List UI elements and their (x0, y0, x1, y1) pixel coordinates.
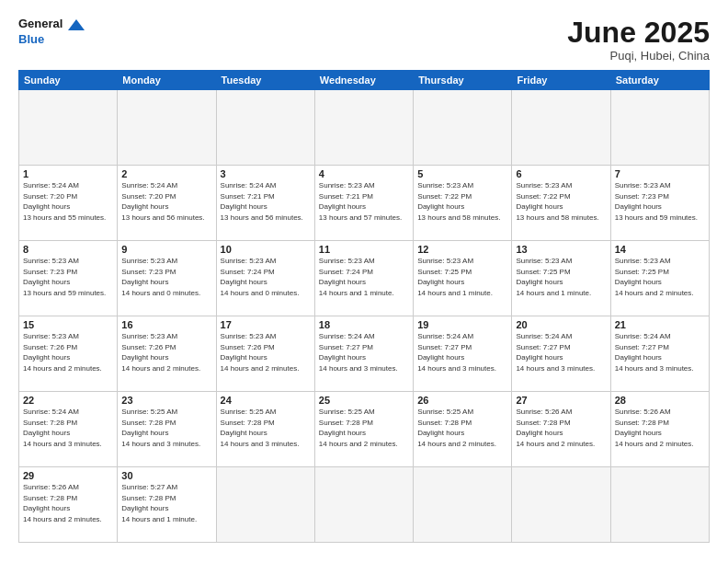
day-number: 23 (121, 395, 211, 406)
weekday-header: Wednesday (314, 71, 413, 90)
calendar-week-row: 8 Sunrise: 5:23 AM Sunset: 7:23 PM Dayli… (19, 241, 710, 316)
calendar-cell: 14 Sunrise: 5:23 AM Sunset: 7:25 PM Dayl… (610, 241, 709, 316)
calendar-cell: 23 Sunrise: 5:25 AM Sunset: 7:28 PM Dayl… (118, 392, 216, 467)
day-info: Sunrise: 5:24 AM Sunset: 7:20 PM Dayligh… (121, 180, 211, 223)
day-info: Sunrise: 5:23 AM Sunset: 7:22 PM Dayligh… (516, 180, 606, 223)
day-number: 12 (417, 244, 507, 255)
calendar-week-row: 22 Sunrise: 5:24 AM Sunset: 7:28 PM Dayl… (19, 392, 710, 467)
calendar-week-row: 1 Sunrise: 5:24 AM Sunset: 7:20 PM Dayli… (19, 166, 710, 241)
day-number: 21 (615, 319, 705, 330)
calendar-body: 1 Sunrise: 5:24 AM Sunset: 7:20 PM Dayli… (19, 90, 710, 543)
calendar-cell: 7 Sunrise: 5:23 AM Sunset: 7:23 PM Dayli… (610, 166, 709, 241)
weekday-header: Friday (512, 71, 610, 90)
calendar-cell: 10 Sunrise: 5:23 AM Sunset: 7:24 PM Dayl… (216, 241, 314, 316)
calendar-cell: 24 Sunrise: 5:25 AM Sunset: 7:28 PM Dayl… (216, 392, 314, 467)
calendar-header-row: SundayMondayTuesdayWednesdayThursdayFrid… (19, 71, 710, 90)
day-info: Sunrise: 5:24 AM Sunset: 7:20 PM Dayligh… (23, 180, 113, 223)
logo-blue: Blue (18, 32, 85, 48)
calendar-cell (610, 90, 709, 166)
calendar-cell: 20 Sunrise: 5:24 AM Sunset: 7:27 PM Dayl… (512, 316, 610, 392)
day-number: 1 (23, 168, 113, 179)
day-info: Sunrise: 5:23 AM Sunset: 7:21 PM Dayligh… (319, 180, 409, 223)
day-info: Sunrise: 5:23 AM Sunset: 7:23 PM Dayligh… (615, 180, 705, 223)
day-info: Sunrise: 5:23 AM Sunset: 7:25 PM Dayligh… (516, 256, 606, 298)
day-info: Sunrise: 5:24 AM Sunset: 7:27 PM Dayligh… (516, 331, 606, 373)
header: General Blue June 2025 Puqi, Hubei, Chin… (18, 17, 710, 63)
day-info: Sunrise: 5:23 AM Sunset: 7:24 PM Dayligh… (319, 256, 409, 298)
day-number: 20 (516, 319, 606, 330)
calendar-cell: 21 Sunrise: 5:24 AM Sunset: 7:27 PM Dayl… (610, 316, 709, 392)
calendar-cell (314, 467, 413, 543)
calendar-cell: 11 Sunrise: 5:23 AM Sunset: 7:24 PM Dayl… (314, 241, 413, 316)
calendar-cell (216, 90, 314, 166)
calendar-cell: 9 Sunrise: 5:23 AM Sunset: 7:23 PM Dayli… (118, 241, 216, 316)
calendar-cell: 18 Sunrise: 5:24 AM Sunset: 7:27 PM Dayl… (314, 316, 413, 392)
day-info: Sunrise: 5:24 AM Sunset: 7:28 PM Dayligh… (23, 407, 113, 449)
calendar-cell: 25 Sunrise: 5:25 AM Sunset: 7:28 PM Dayl… (314, 392, 413, 467)
day-number: 4 (319, 168, 409, 179)
calendar-cell: 1 Sunrise: 5:24 AM Sunset: 7:20 PM Dayli… (19, 166, 118, 241)
calendar-cell (314, 90, 413, 166)
day-number: 28 (615, 395, 705, 406)
calendar-week-row: 29 Sunrise: 5:26 AM Sunset: 7:28 PM Dayl… (19, 467, 710, 543)
calendar-cell: 28 Sunrise: 5:26 AM Sunset: 7:28 PM Dayl… (610, 392, 709, 467)
day-info: Sunrise: 5:23 AM Sunset: 7:25 PM Dayligh… (417, 256, 507, 298)
day-info: Sunrise: 5:24 AM Sunset: 7:27 PM Dayligh… (615, 331, 705, 373)
day-info: Sunrise: 5:24 AM Sunset: 7:27 PM Dayligh… (417, 331, 507, 373)
month-title: June 2025 (567, 17, 710, 49)
logo-general: General (18, 17, 85, 32)
day-info: Sunrise: 5:25 AM Sunset: 7:28 PM Dayligh… (221, 407, 311, 449)
day-info: Sunrise: 5:25 AM Sunset: 7:28 PM Dayligh… (319, 407, 409, 449)
day-info: Sunrise: 5:23 AM Sunset: 7:24 PM Dayligh… (221, 256, 311, 298)
day-number: 9 (121, 244, 211, 255)
calendar-cell (512, 90, 610, 166)
day-number: 18 (319, 319, 409, 330)
calendar-cell: 2 Sunrise: 5:24 AM Sunset: 7:20 PM Dayli… (118, 166, 216, 241)
calendar-cell: 5 Sunrise: 5:23 AM Sunset: 7:22 PM Dayli… (414, 166, 512, 241)
day-info: Sunrise: 5:25 AM Sunset: 7:28 PM Dayligh… (121, 407, 211, 449)
location: Puqi, Hubei, China (567, 49, 710, 63)
calendar-cell: 8 Sunrise: 5:23 AM Sunset: 7:23 PM Dayli… (19, 241, 118, 316)
day-number: 3 (221, 168, 311, 179)
calendar-week-row: 15 Sunrise: 5:23 AM Sunset: 7:26 PM Dayl… (19, 316, 710, 392)
day-number: 6 (516, 168, 606, 179)
weekday-header: Tuesday (216, 71, 314, 90)
day-number: 5 (417, 168, 507, 179)
calendar-cell (414, 90, 512, 166)
day-info: Sunrise: 5:23 AM Sunset: 7:26 PM Dayligh… (221, 331, 311, 373)
day-info: Sunrise: 5:23 AM Sunset: 7:23 PM Dayligh… (121, 256, 211, 298)
logo: General Blue (18, 17, 85, 48)
day-number: 22 (23, 395, 113, 406)
calendar-cell (19, 90, 118, 166)
day-number: 24 (221, 395, 311, 406)
day-number: 27 (516, 395, 606, 406)
day-number: 7 (615, 168, 705, 179)
calendar-cell: 30 Sunrise: 5:27 AM Sunset: 7:28 PM Dayl… (118, 467, 216, 543)
weekday-header: Monday (118, 71, 216, 90)
day-number: 14 (615, 244, 705, 255)
title-block: June 2025 Puqi, Hubei, China (567, 17, 710, 63)
calendar-cell: 12 Sunrise: 5:23 AM Sunset: 7:25 PM Dayl… (414, 241, 512, 316)
calendar-week-row (19, 90, 710, 166)
calendar-cell (610, 467, 709, 543)
day-number: 29 (23, 470, 113, 481)
calendar-cell: 4 Sunrise: 5:23 AM Sunset: 7:21 PM Dayli… (314, 166, 413, 241)
weekday-header: Sunday (19, 71, 118, 90)
day-info: Sunrise: 5:26 AM Sunset: 7:28 PM Dayligh… (516, 407, 606, 449)
day-number: 26 (417, 395, 507, 406)
day-info: Sunrise: 5:23 AM Sunset: 7:25 PM Dayligh… (615, 256, 705, 298)
day-info: Sunrise: 5:25 AM Sunset: 7:28 PM Dayligh… (417, 407, 507, 449)
day-info: Sunrise: 5:23 AM Sunset: 7:26 PM Dayligh… (23, 331, 113, 373)
day-number: 8 (23, 244, 113, 255)
day-info: Sunrise: 5:24 AM Sunset: 7:27 PM Dayligh… (319, 331, 409, 373)
day-number: 30 (121, 470, 211, 481)
calendar-cell: 22 Sunrise: 5:24 AM Sunset: 7:28 PM Dayl… (19, 392, 118, 467)
day-number: 11 (319, 244, 409, 255)
day-info: Sunrise: 5:26 AM Sunset: 7:28 PM Dayligh… (615, 407, 705, 449)
day-number: 2 (121, 168, 211, 179)
day-number: 16 (121, 319, 211, 330)
day-info: Sunrise: 5:26 AM Sunset: 7:28 PM Dayligh… (23, 482, 113, 524)
day-number: 10 (221, 244, 311, 255)
day-info: Sunrise: 5:24 AM Sunset: 7:21 PM Dayligh… (221, 180, 311, 223)
calendar-cell: 16 Sunrise: 5:23 AM Sunset: 7:26 PM Dayl… (118, 316, 216, 392)
